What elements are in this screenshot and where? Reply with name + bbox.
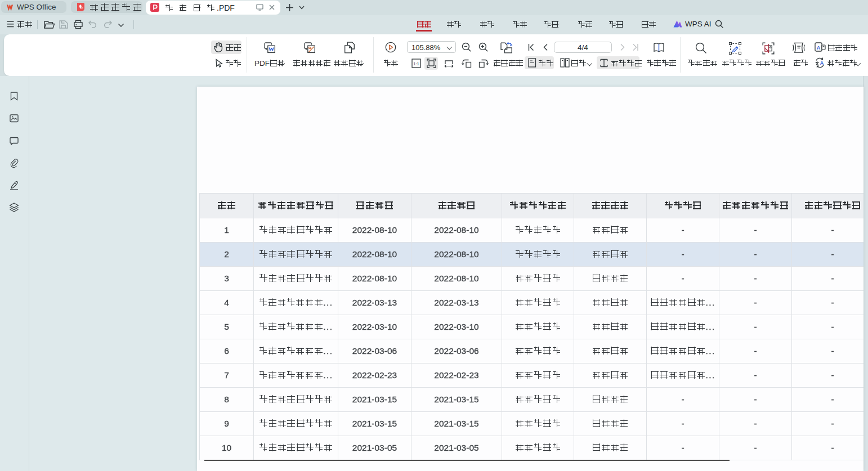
svg-text:A: A: [817, 45, 821, 51]
svg-text:1:1: 1:1: [413, 61, 419, 66]
svg-text:A: A: [820, 60, 824, 66]
